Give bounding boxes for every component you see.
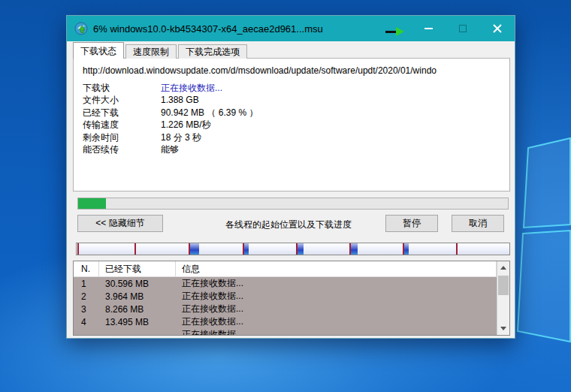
window-title: 6% windows10.0-kb4534307-x64_aecae2d961.… bbox=[93, 23, 323, 35]
titlebar[interactable]: 6% windows10.0-kb4534307-x64_aecae2d961.… bbox=[67, 16, 515, 41]
status-panel: http://download.windowsupdate.com/d/msdo… bbox=[73, 58, 510, 191]
close-button[interactable] bbox=[480, 16, 515, 41]
table-header: N. 已经下载 信息 bbox=[74, 261, 497, 277]
total-progress-fill bbox=[78, 198, 106, 209]
table-row[interactable]: 1 30.596 MB 正在接收数据... bbox=[74, 277, 497, 290]
status-row: 能否续传 能够 bbox=[83, 143, 502, 155]
status-row: 传输速度 1.226 MB/秒 bbox=[83, 119, 502, 131]
maximize-icon bbox=[459, 25, 467, 32]
idm-drop-arrow-icon bbox=[385, 27, 406, 36]
cell-info: 正在接收数据... bbox=[176, 290, 497, 303]
status-row: 文件大小 1.388 GB bbox=[83, 94, 502, 106]
thread-progress-block bbox=[190, 243, 199, 255]
cell-size: 13.495 MB bbox=[99, 317, 176, 327]
scroll-up-button[interactable] bbox=[497, 261, 509, 274]
cell-n: 1 bbox=[74, 279, 99, 289]
tab-download-status[interactable]: 下载状态 bbox=[73, 42, 124, 59]
thread-progress-block bbox=[404, 243, 409, 255]
status-value: 正在接收数据... bbox=[161, 82, 222, 94]
status-label: 剩余时间 bbox=[83, 131, 161, 143]
thread-start-tick bbox=[77, 243, 79, 255]
tab-speed-limit[interactable]: 速度限制 bbox=[125, 44, 177, 59]
thread-progress-bar bbox=[76, 243, 510, 255]
status-label: 文件大小 bbox=[83, 94, 161, 106]
threads-caption: 各线程的起始位置以及下载进度 bbox=[180, 219, 397, 231]
thread-progress-block bbox=[351, 243, 358, 255]
cell-n: 2 bbox=[74, 291, 99, 302]
cell-info: 正在接收数据... bbox=[176, 277, 497, 290]
status-label: 传输速度 bbox=[83, 119, 161, 131]
tab-strip: 下载状态 速度限制 下载完成选项 bbox=[73, 43, 249, 59]
cell-size: 3.964 MB bbox=[99, 291, 176, 302]
scroll-down-button[interactable] bbox=[497, 322, 509, 335]
status-row: 下载状 正在接收数据... bbox=[83, 82, 502, 94]
close-icon bbox=[493, 24, 502, 33]
status-value: 1.388 GB bbox=[161, 94, 199, 106]
cell-info: 正在接收数据... bbox=[176, 328, 497, 335]
thread-start-tick bbox=[134, 243, 136, 255]
idm-download-window: 6% windows10.0-kb4534307-x64_aecae2d961.… bbox=[66, 15, 515, 339]
table-row[interactable]: 3 8.266 MB 正在接收数据... bbox=[74, 303, 497, 315]
minimize-icon bbox=[424, 28, 433, 29]
scrollbar-thumb[interactable] bbox=[498, 276, 509, 295]
cell-size: 8.266 MB bbox=[99, 304, 176, 315]
minimize-button[interactable] bbox=[411, 16, 446, 41]
pause-button[interactable]: 暂停 bbox=[385, 215, 438, 232]
threads-table: N. 已经下载 信息 1 30.596 MB 正在接收数据... 2 3.964… bbox=[73, 261, 510, 336]
maximize-button[interactable] bbox=[446, 16, 480, 41]
table-scrollbar[interactable] bbox=[497, 261, 509, 335]
status-row: 剩余时间 18 分 3 秒 bbox=[83, 131, 502, 143]
column-header-n: N. bbox=[74, 261, 99, 276]
scroll-up-icon bbox=[500, 266, 506, 270]
cancel-button[interactable]: 取消 bbox=[452, 215, 504, 232]
cell-info: 正在接收数据... bbox=[176, 315, 497, 328]
threads-table-body: N. 已经下载 信息 1 30.596 MB 正在接收数据... 2 3.964… bbox=[74, 261, 497, 335]
scroll-down-icon bbox=[500, 327, 506, 330]
cell-n: 4 bbox=[74, 317, 99, 327]
scrollbar-track[interactable] bbox=[497, 274, 509, 322]
column-header-info: 信息 bbox=[176, 261, 497, 276]
table-row[interactable]: 2 3.964 MB 正在接收数据... bbox=[74, 290, 497, 303]
status-value: 90.942 MB （ 6.39 % ） bbox=[161, 107, 258, 119]
hide-details-button[interactable]: << 隐藏细节 bbox=[77, 215, 163, 232]
cell-n: 3 bbox=[74, 304, 99, 315]
idm-app-icon bbox=[74, 22, 88, 35]
status-label: 已经下载 bbox=[83, 107, 161, 119]
status-row: 已经下载 90.942 MB （ 6.39 % ） bbox=[83, 107, 502, 119]
cell-size: 30.596 MB bbox=[99, 279, 176, 289]
cell-info: 正在接收数据... bbox=[176, 303, 497, 315]
download-url: http://download.windowsupdate.com/d/msdo… bbox=[83, 65, 502, 76]
status-value: 能够 bbox=[161, 143, 179, 155]
total-progress-bar bbox=[77, 198, 509, 210]
status-label: 下载状 bbox=[83, 82, 161, 94]
status-value: 1.226 MB/秒 bbox=[161, 119, 211, 131]
table-row[interactable]: 正在接收数据... bbox=[74, 328, 497, 335]
table-row[interactable]: 4 13.495 MB 正在接收数据... bbox=[74, 315, 497, 328]
thread-progress-block bbox=[298, 243, 303, 255]
thread-start-tick bbox=[456, 243, 458, 255]
column-header-size: 已经下载 bbox=[99, 261, 176, 276]
status-value: 18 分 3 秒 bbox=[161, 131, 201, 143]
thread-progress-block bbox=[244, 243, 249, 255]
tab-on-complete-options[interactable]: 下载完成选项 bbox=[178, 44, 247, 59]
status-label: 能否续传 bbox=[83, 143, 161, 155]
